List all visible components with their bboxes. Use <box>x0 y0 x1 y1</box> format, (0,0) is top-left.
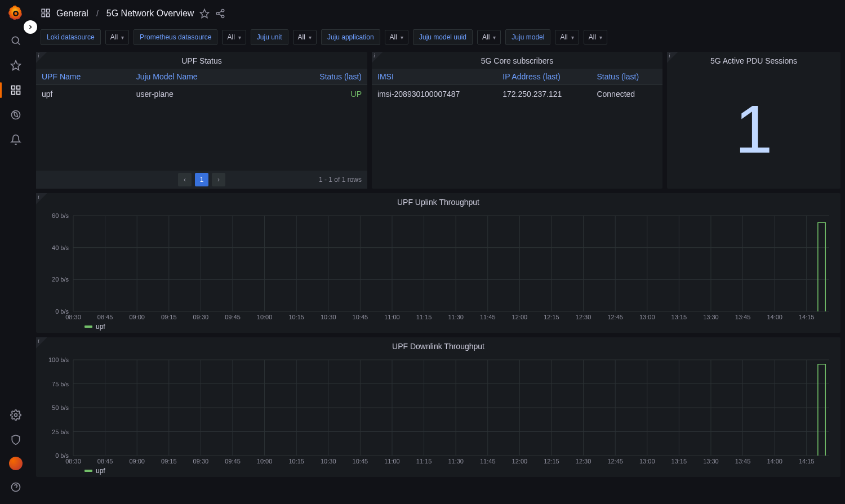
user-avatar[interactable] <box>9 457 23 470</box>
panel-uplink-throughput: i UPF Uplink Throughput 0 b/s20 b/s40 b/… <box>36 193 840 333</box>
svg-text:11:00: 11:00 <box>384 458 400 465</box>
panel-info-icon[interactable]: i <box>36 337 52 353</box>
star-dashboard-icon[interactable] <box>199 8 210 19</box>
svg-text:60 b/s: 60 b/s <box>52 212 69 219</box>
svg-text:25 b/s: 25 b/s <box>52 429 69 435</box>
nav-help[interactable] <box>5 476 27 498</box>
pager-page-1[interactable]: 1 <box>195 173 208 186</box>
apps-icon[interactable] <box>41 8 51 20</box>
expand-sidebar-button[interactable] <box>24 20 37 34</box>
svg-marker-10 <box>14 112 18 117</box>
col-ip[interactable]: IP Address (last) <box>497 69 591 85</box>
panel-title[interactable]: 5G Active PDU Sessions <box>667 52 840 69</box>
col-upf-name[interactable]: UPF Name <box>36 69 131 85</box>
cell-imsi: imsi-208930100007487 <box>372 85 497 104</box>
panel-info-icon[interactable]: i <box>36 52 52 68</box>
nav-alerting[interactable] <box>5 128 27 151</box>
chevron-down-icon: ▾ <box>599 34 602 41</box>
col-juju-model[interactable]: Juju Model Name <box>131 69 267 85</box>
svg-text:12:00: 12:00 <box>512 458 528 465</box>
pager-next[interactable]: › <box>212 173 225 186</box>
var-select-juju-model-uuid[interactable]: All▾ <box>477 30 501 44</box>
panel-info-icon[interactable]: i <box>372 52 388 68</box>
subscribers-table: IMSI IP Address (last) Status (last) ims… <box>372 69 662 103</box>
col-status[interactable]: Status (last) <box>267 69 367 85</box>
chart-legend[interactable]: upf <box>36 322 840 333</box>
var-label-juju-model[interactable]: Juju model <box>505 29 550 45</box>
svg-text:10:15: 10:15 <box>288 458 304 465</box>
svg-text:13:00: 13:00 <box>639 314 655 320</box>
svg-text:13:15: 13:15 <box>671 458 687 465</box>
var-label-juju-model-uuid[interactable]: Juju model uuid <box>413 29 473 45</box>
svg-text:11:45: 11:45 <box>480 314 496 320</box>
pager-prev[interactable]: ‹ <box>178 173 192 186</box>
breadcrumb-separator: / <box>94 9 101 18</box>
panel-title[interactable]: UPF Status <box>36 52 367 69</box>
panel-title[interactable]: 5G Core subscribers <box>372 52 662 69</box>
svg-point-19 <box>222 10 225 12</box>
var-label-prometheus[interactable]: Prometheus datasource <box>134 29 217 45</box>
svg-text:12:45: 12:45 <box>607 458 623 465</box>
var-select-juju-unit[interactable]: All▾ <box>293 30 317 44</box>
share-dashboard-icon[interactable] <box>215 8 225 19</box>
svg-text:11:15: 11:15 <box>416 458 432 465</box>
panel-title[interactable]: UPF Uplink Throughput <box>36 193 840 210</box>
cell-model: user-plane <box>131 85 267 104</box>
var-select-loki[interactable]: All▾ <box>105 30 129 44</box>
svg-point-2 <box>12 37 19 43</box>
svg-rect-17 <box>47 14 50 16</box>
svg-text:08:45: 08:45 <box>97 458 113 465</box>
svg-marker-4 <box>11 61 21 70</box>
panel-title[interactable]: UPF Downlink Throughput <box>36 337 840 354</box>
svg-text:12:15: 12:15 <box>544 314 559 320</box>
svg-text:10:45: 10:45 <box>353 314 368 320</box>
col-status[interactable]: Status (last) <box>591 69 662 85</box>
rows-summary: 1 - 1 of 1 rows <box>319 176 362 184</box>
uplink-chart[interactable]: 0 b/s20 b/s40 b/s60 b/s08:3008:4509:0009… <box>39 212 835 322</box>
table-row[interactable]: upf user-plane UP <box>36 85 367 104</box>
panel-info-icon[interactable]: i <box>667 52 683 68</box>
panel-upf-status: i UPF Status UPF Name Juju Model Name St… <box>36 52 367 189</box>
sidebar <box>0 0 32 504</box>
svg-text:14:15: 14:15 <box>799 458 815 465</box>
chevron-down-icon: ▾ <box>493 34 496 41</box>
downlink-chart[interactable]: 0 b/s25 b/s50 b/s75 b/s100 b/s08:3008:45… <box>39 356 835 466</box>
svg-text:08:30: 08:30 <box>65 458 81 465</box>
col-imsi[interactable]: IMSI <box>372 69 497 85</box>
var-select-juju-model[interactable]: All▾ <box>555 30 579 44</box>
var-label-juju-unit[interactable]: Juju unit <box>251 29 288 45</box>
breadcrumb-title[interactable]: 5G Network Overview <box>106 8 194 19</box>
svg-text:11:15: 11:15 <box>416 314 432 320</box>
panel-pdu-sessions: i 5G Active PDU Sessions 1 <box>667 52 840 189</box>
nav-starred[interactable] <box>5 54 27 77</box>
var-select-juju-application[interactable]: All▾ <box>385 30 408 44</box>
nav-configuration[interactable] <box>5 404 27 426</box>
breadcrumb-folder[interactable]: General <box>56 8 88 19</box>
nav-admin[interactable] <box>5 429 27 451</box>
svg-text:14:00: 14:00 <box>767 314 782 320</box>
table-row[interactable]: imsi-208930100007487 172.250.237.121 Con… <box>372 85 662 104</box>
svg-text:14:15: 14:15 <box>799 314 815 320</box>
variable-bar: Loki datasource All▾ Prometheus datasour… <box>32 27 845 52</box>
svg-text:09:45: 09:45 <box>225 314 241 320</box>
chart-legend[interactable]: upf <box>36 466 840 477</box>
nav-explore[interactable] <box>5 104 27 126</box>
nav-dashboards[interactable] <box>5 79 27 101</box>
svg-marker-18 <box>201 10 209 18</box>
legend-swatch <box>84 470 92 472</box>
chevron-down-icon: ▾ <box>121 34 124 41</box>
svg-text:11:30: 11:30 <box>448 314 464 320</box>
svg-rect-15 <box>47 9 50 12</box>
svg-rect-14 <box>42 9 45 12</box>
var-select-extra[interactable]: All▾ <box>584 30 607 44</box>
var-label-loki[interactable]: Loki datasource <box>41 29 101 45</box>
svg-text:40 b/s: 40 b/s <box>52 244 69 251</box>
svg-line-23 <box>219 14 222 16</box>
panel-info-icon[interactable]: i <box>36 193 52 209</box>
nav-search[interactable] <box>5 29 27 52</box>
var-select-prometheus[interactable]: All▾ <box>222 30 246 44</box>
svg-text:10:15: 10:15 <box>288 314 304 320</box>
svg-point-11 <box>15 414 17 417</box>
var-label-juju-application[interactable]: Juju application <box>321 29 380 45</box>
grafana-logo-icon[interactable] <box>7 5 25 23</box>
